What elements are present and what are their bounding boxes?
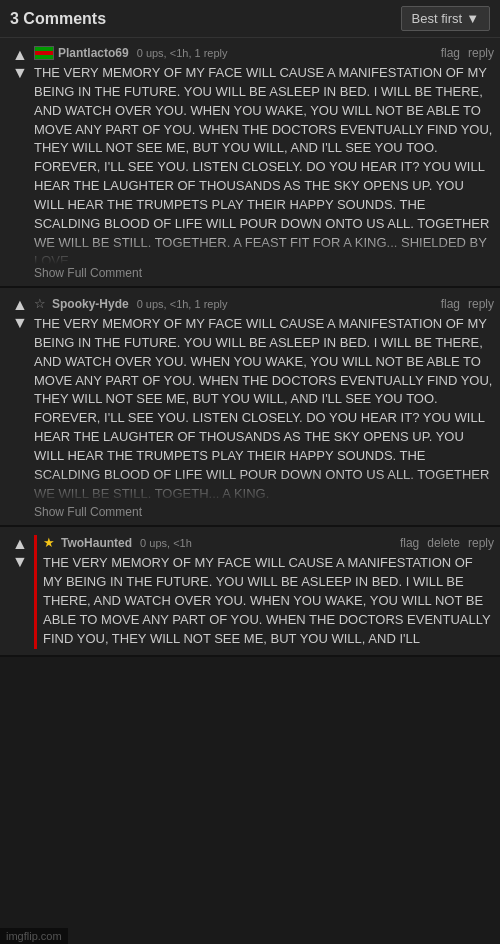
- action-flag[interactable]: flag: [441, 297, 460, 311]
- meta-info: 0 ups, <1h, 1 reply: [137, 47, 228, 59]
- downvote-button[interactable]: ▼: [9, 314, 31, 332]
- comment-text: THE VERY MEMORY OF MY FACE WILL CAUSE A …: [43, 554, 494, 648]
- username: Spooky-Hyde: [52, 297, 129, 311]
- action-flag[interactable]: flag: [400, 536, 419, 550]
- vote-column: ▲ ▼: [6, 535, 34, 648]
- comment-meta: ☆ Spooky-Hyde 0 ups, <1h, 1 reply flagre…: [34, 296, 494, 311]
- username: TwoHaunted: [61, 536, 132, 550]
- comment-block-1: ▲ ▼ Plantlacto69 0 ups, <1h, 1 reply fla…: [0, 38, 500, 288]
- comment-meta: ★ TwoHaunted 0 ups, <1h flagdeletereply: [43, 535, 494, 550]
- meta-actions: flagreply: [441, 297, 494, 311]
- upvote-button[interactable]: ▲: [9, 296, 31, 314]
- comment-row: ▲ ▼ ☆ Spooky-Hyde 0 ups, <1h, 1 reply fl…: [6, 296, 494, 519]
- sort-button[interactable]: Best first ▼: [401, 6, 490, 31]
- action-reply[interactable]: reply: [468, 297, 494, 311]
- comment-text: THE VERY MEMORY OF MY FACE WILL CAUSE A …: [34, 315, 494, 503]
- comment-body: Plantlacto69 0 ups, <1h, 1 reply flagrep…: [34, 46, 494, 280]
- downvote-button[interactable]: ▼: [9, 64, 31, 82]
- sort-arrow-icon: ▼: [466, 11, 479, 26]
- watermark: imgflip.com: [0, 928, 68, 944]
- comments-header: 3 Comments Best first ▼: [0, 0, 500, 38]
- username: Plantlacto69: [58, 46, 129, 60]
- meta-actions: flagdeletereply: [400, 536, 494, 550]
- comments-count: 3 Comments: [10, 10, 106, 28]
- meta-info: 0 ups, <1h: [140, 537, 192, 549]
- comment-meta: Plantlacto69 0 ups, <1h, 1 reply flagrep…: [34, 46, 494, 60]
- sort-label: Best first: [412, 11, 463, 26]
- avatar: ☆: [34, 296, 46, 311]
- comment-row: ▲ ▼ ★ TwoHaunted 0 ups, <1h flagdeletere…: [6, 535, 494, 648]
- avatar: ★: [43, 535, 55, 550]
- upvote-button[interactable]: ▲: [9, 46, 31, 64]
- meta-actions: flagreply: [441, 46, 494, 60]
- comment-block-3: ▲ ▼ ★ TwoHaunted 0 ups, <1h flagdeletere…: [0, 527, 500, 656]
- upvote-button[interactable]: ▲: [9, 535, 31, 553]
- vote-column: ▲ ▼: [6, 296, 34, 519]
- action-delete[interactable]: delete: [427, 536, 460, 550]
- downvote-button[interactable]: ▼: [9, 553, 31, 571]
- action-flag[interactable]: flag: [441, 46, 460, 60]
- comment-body: ☆ Spooky-Hyde 0 ups, <1h, 1 reply flagre…: [34, 296, 494, 519]
- comment-text: THE VERY MEMORY OF MY FACE WILL CAUSE A …: [34, 64, 494, 264]
- vote-column: ▲ ▼: [6, 46, 34, 280]
- action-reply[interactable]: reply: [468, 46, 494, 60]
- show-full-comment[interactable]: Show Full Comment: [34, 266, 142, 280]
- action-reply[interactable]: reply: [468, 536, 494, 550]
- comment-row: ▲ ▼ Plantlacto69 0 ups, <1h, 1 reply fla…: [6, 46, 494, 280]
- show-full-comment[interactable]: Show Full Comment: [34, 505, 142, 519]
- comment-body: ★ TwoHaunted 0 ups, <1h flagdeletereply …: [34, 535, 494, 648]
- comments-container: ▲ ▼ Plantlacto69 0 ups, <1h, 1 reply fla…: [0, 38, 500, 657]
- avatar: [34, 46, 54, 60]
- meta-info: 0 ups, <1h, 1 reply: [137, 298, 228, 310]
- comment-block-2: ▲ ▼ ☆ Spooky-Hyde 0 ups, <1h, 1 reply fl…: [0, 288, 500, 527]
